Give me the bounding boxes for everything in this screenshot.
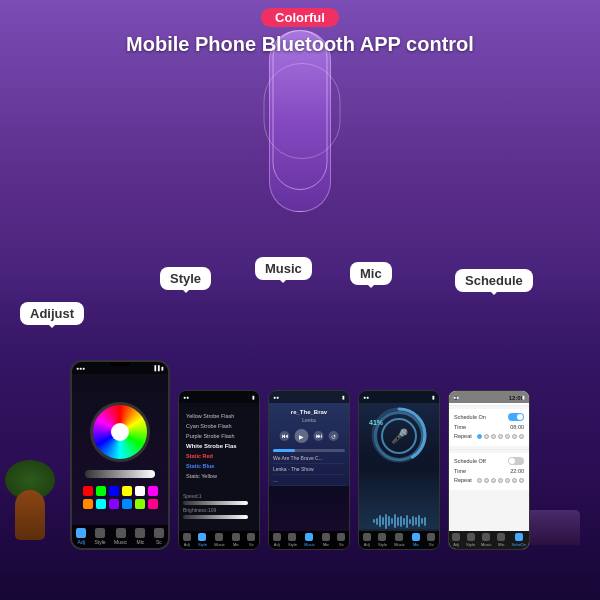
repeat-off-dot-1[interactable]	[477, 478, 482, 483]
color-wheel[interactable]	[90, 402, 150, 462]
color-red[interactable]	[83, 486, 93, 496]
schedule-off-row: Schedule Off	[454, 457, 524, 465]
nav-m-sc[interactable]: Sc	[337, 533, 345, 547]
nav-s-adj[interactable]: Adj	[183, 533, 191, 547]
style-item-7[interactable]: Static Yellow	[183, 471, 255, 481]
nav-music[interactable]: Music	[114, 528, 127, 545]
color-magenta[interactable]	[148, 486, 158, 496]
repeat-dot-3[interactable]	[491, 434, 496, 439]
bubble-schedule: Schedule	[455, 269, 533, 292]
phones-container: ●●● ▐▐ ▮	[70, 360, 530, 550]
color-skyblue[interactable]	[122, 499, 132, 509]
wave-bar	[397, 517, 399, 526]
wave-bar	[415, 517, 417, 525]
nav-mi-sc[interactable]: Sc	[427, 533, 435, 547]
repeat-dots	[477, 434, 524, 439]
repeat-dot-5[interactable]	[505, 434, 510, 439]
speed-bar[interactable]	[183, 501, 248, 505]
song-item-1[interactable]: We Are The Brave C...	[273, 453, 345, 464]
style-item-red[interactable]: Static Red	[183, 451, 255, 461]
wave-bar	[424, 517, 426, 526]
mic-progress-svg	[370, 406, 428, 464]
nav-s-sc[interactable]: Sc	[247, 533, 255, 547]
time-off-row: Time 22:00	[454, 468, 524, 474]
schedule-off-toggle[interactable]	[508, 457, 524, 465]
repeat-dot-6[interactable]	[512, 434, 517, 439]
nav-mi-style[interactable]: Style	[378, 533, 387, 547]
nav-dot-music	[116, 528, 126, 538]
bottom-nav-music: Adj Style Music Mic Sc	[269, 531, 349, 549]
play-button[interactable]: ▶	[295, 429, 309, 443]
wave-bar	[403, 518, 405, 525]
bubble-style: Style	[160, 267, 211, 290]
prev-button[interactable]: ⏮	[280, 431, 290, 441]
vase	[15, 490, 45, 540]
music-title: re_The_Brav	[269, 409, 349, 415]
style-item-2[interactable]: Cyan Strobe Flash	[183, 421, 255, 431]
nav-sc-sc[interactable]: ScheOn	[512, 533, 526, 547]
time-off-label: Time	[454, 468, 466, 474]
schedule-on-section: Schedule On Time 08:00 Repeat	[449, 409, 529, 446]
style-item-blue[interactable]: Static Blue	[183, 461, 255, 471]
phone-notch	[110, 362, 130, 366]
style-screen: Yellow Strobe Flash Cyan Strobe Flash Pu…	[179, 391, 259, 549]
song-item-2[interactable]: Lenka - The Show	[273, 464, 345, 475]
repeat-dot-1[interactable]	[477, 434, 482, 439]
wave-bar	[391, 518, 393, 524]
repeat-dot-7[interactable]	[519, 434, 524, 439]
schedule-on-toggle[interactable]	[508, 413, 524, 421]
nav-mic[interactable]: Mic	[135, 528, 145, 545]
style-item-1[interactable]: Yellow Strobe Flash	[183, 411, 255, 421]
song-item-3[interactable]: ...	[273, 475, 345, 486]
nav-s-music[interactable]: Music	[214, 533, 224, 547]
color-green[interactable]	[96, 486, 106, 496]
repeat-off-dot-2[interactable]	[484, 478, 489, 483]
colorful-badge: Colorful	[261, 8, 339, 27]
nav-m-style[interactable]: Style	[288, 533, 297, 547]
repeat-button[interactable]: ↺	[329, 431, 339, 441]
color-blue[interactable]	[109, 486, 119, 496]
brightness-slider[interactable]	[85, 470, 155, 478]
color-yellow[interactable]	[122, 486, 132, 496]
style-item-3[interactable]: Purple Strobe Flash	[183, 431, 255, 441]
bottom-nav-style: Adj Style Music Mic Sc	[179, 531, 259, 549]
time-label: Time	[454, 424, 466, 430]
repeat-off-dot-7[interactable]	[519, 478, 524, 483]
brightness-bar[interactable]	[183, 515, 248, 519]
nav-s-style[interactable]: Style	[198, 533, 207, 547]
color-pink[interactable]	[148, 499, 158, 509]
color-orange[interactable]	[83, 499, 93, 509]
wave-bar	[421, 518, 423, 524]
nav-s-mic[interactable]: Mic	[232, 533, 240, 547]
style-item-active[interactable]: White Strobe Flas	[183, 441, 255, 451]
nav-m-adj[interactable]: Adj	[273, 533, 281, 547]
nav-adjust[interactable]: Adj	[76, 528, 86, 545]
color-purple[interactable]	[109, 499, 119, 509]
repeat-dot-4[interactable]	[498, 434, 503, 439]
repeat-off-dot-4[interactable]	[498, 478, 503, 483]
nav-sc-adj[interactable]: Adj	[452, 533, 460, 547]
repeat-dot-2[interactable]	[484, 434, 489, 439]
nav-m-music[interactable]: Music	[304, 533, 314, 547]
time-off-value: 22:00	[510, 468, 524, 474]
nav-style[interactable]: Style	[95, 528, 106, 545]
repeat-off-dot-6[interactable]	[512, 478, 517, 483]
nav-mi-music[interactable]: Music	[394, 533, 404, 547]
nav-mi-mic[interactable]: Mic	[412, 533, 420, 547]
color-white[interactable]	[135, 486, 145, 496]
repeat-off-dot-5[interactable]	[505, 478, 510, 483]
repeat-off-dot-3[interactable]	[491, 478, 496, 483]
next-button[interactable]: ⏭	[314, 431, 324, 441]
nav-sc[interactable]: Sc	[154, 528, 164, 545]
nav-m-mic[interactable]: Mic	[322, 533, 330, 547]
color-cyan[interactable]	[96, 499, 106, 509]
repeat-label: Repeat	[454, 433, 472, 439]
nav-sc-style[interactable]: Style	[466, 533, 475, 547]
nav-dot-mic	[135, 528, 145, 538]
repeat-off-label: Repeat	[454, 477, 472, 483]
color-lime[interactable]	[135, 499, 145, 509]
nav-sc-music[interactable]: Music	[481, 533, 491, 547]
nav-mi-adj[interactable]: Adj	[363, 533, 371, 547]
status-bar-schedule: ●● ▮	[449, 391, 529, 403]
nav-sc-mic[interactable]: Mic	[497, 533, 505, 547]
